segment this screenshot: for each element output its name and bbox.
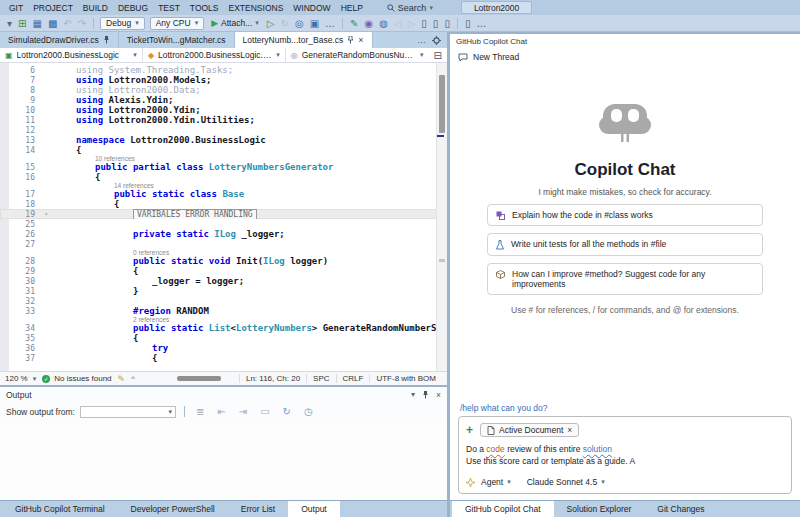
pin-icon[interactable] [347,36,354,44]
menu-git[interactable]: GIT [9,3,23,13]
code-line-16[interactable]: 16{ [0,172,447,182]
platform-dropdown[interactable]: Any CPU▾ [150,17,204,30]
code-line-11[interactable]: 11using Lottron2000.Ydin.Utilities; [0,115,447,125]
menu-debug[interactable]: DEBUG [118,3,148,13]
bookmark-next-icon[interactable]: ▯ [441,16,453,31]
split-window-icon[interactable]: ⊟ [429,48,447,62]
menu-help[interactable]: HELP [341,3,363,13]
encoding-indicator[interactable]: UTF-8 with BOM [369,374,442,383]
nav-forward-icon[interactable]: ▷ [405,16,419,31]
copilot-prompt-box[interactable]: + Active Document × Do a code review of … [458,416,792,494]
code-line-10[interactable]: 10using Lottron2000.Ydin; [0,105,447,115]
scrollbar-thumb[interactable] [439,75,445,133]
restart-icon[interactable]: ↻ [278,16,292,31]
help-command-text[interactable]: /help what can you do? [450,401,800,416]
solution-title[interactable]: Lottron2000 [461,1,532,14]
code-lens-references[interactable]: 10 references [0,155,447,162]
model-dropdown[interactable]: Claude Sonnet 4.5▾ [527,477,605,487]
horizontal-scrollbar[interactable] [149,376,225,381]
code-lens-references[interactable]: 0 references [0,249,447,256]
agent-mode-dropdown[interactable]: Agent▾ [481,477,511,487]
debug-config-dropdown[interactable]: Debug▾ [100,17,145,30]
redo-icon[interactable]: ↷ [75,16,89,31]
code-line-34[interactable]: 34public static List<LotteryNumbers> Gen… [0,323,447,333]
code-line-8[interactable]: 8using Lottron2000.Data; [0,85,447,95]
code-line-30[interactable]: 30_logger = logger; [0,276,447,286]
code-line-32[interactable]: 32 [0,296,447,306]
prompt-text[interactable]: Do a code review of this entire solution… [466,444,784,468]
code-line-14[interactable]: 14{ [0,145,447,155]
spaces-indicator[interactable]: SPC [306,374,335,383]
project-dropdown[interactable]: ▣ Lottron2000.BusinessLogic ▾ [0,48,143,62]
menu-build[interactable]: BUILD [83,3,108,13]
menu-test[interactable]: TEST [158,3,180,13]
active-document-chip[interactable]: Active Document × [480,423,579,437]
code-line-26[interactable]: 26private static ILog _logger; [0,229,447,239]
code-editor[interactable]: 6using System.Threading.Tasks;7using Lot… [0,63,447,371]
comments-icon[interactable]: ◉ [361,16,376,31]
tab-git-changes[interactable]: Git Changes [644,501,717,517]
output-content[interactable] [0,421,447,500]
zoom-dropdown[interactable]: 120 %▾ [5,374,36,383]
tab-github-copilot-terminal[interactable]: GitHub Copilot Terminal [2,501,118,517]
code-lens-references[interactable]: 2 references [0,316,447,323]
tab-developer-powershell[interactable]: Developer PowerShell [118,501,228,517]
code-line-12[interactable]: 12 [0,125,447,135]
new-thread-button[interactable]: New Thread [450,48,800,66]
gear-icon[interactable] [432,36,441,45]
pin-icon[interactable] [422,391,429,399]
add-context-button[interactable]: + [466,423,473,437]
find-in-files-icon[interactable]: ◎ [292,16,307,31]
code-line-31[interactable]: 31} [0,286,447,296]
health-indicator[interactable]: ✓ No issues found [42,374,111,383]
tab-github-copilot-chat[interactable]: GitHub Copilot Chat [452,501,554,517]
menu-extensions[interactable]: EXTENSIONS [229,3,284,13]
code-line-29[interactable]: 29{ [0,266,447,276]
code-lens-references[interactable]: 14 references [0,182,447,189]
panel-overflow-icon[interactable]: … [473,16,489,31]
fold-expand-icon[interactable]: › [44,210,57,218]
code-line-15[interactable]: 15public partial class LotteryNumbersGen… [0,162,447,172]
tab-output[interactable]: Output [288,501,340,517]
tab-solution-explorer[interactable]: Solution Explorer [554,501,645,517]
goto-next-message-icon[interactable]: ⇥ [236,404,250,419]
tab-overflow-icon[interactable]: … [417,35,426,45]
new-item-icon[interactable]: ⊞ [15,16,29,31]
tab-lotterynumb-tor-base[interactable]: LotteryNumb...tor_Base.cs × [235,32,373,48]
bookmark-prev-icon[interactable]: ▯ [430,16,442,31]
line-col-indicator[interactable]: Ln: 116, Ch: 20 [239,374,306,383]
suggestion-explain-code[interactable]: Explain how the code in #class works [487,204,763,226]
word-wrap-icon[interactable]: ↻ [280,404,294,419]
menu-tools[interactable]: TOOLS [190,3,219,13]
attach-button[interactable]: ▶ Attach... ▾ [207,18,263,28]
save-all-icon[interactable]: ▩ [45,16,60,31]
code-line-27[interactable]: 27 [0,239,447,249]
code-line-19[interactable]: 19›VARIBALES ERROR HANDLING [0,209,447,219]
expand-icon[interactable]: ^ [131,374,135,383]
close-icon[interactable]: × [358,35,363,45]
overflow-icon[interactable]: … [322,16,338,31]
feedback-icon[interactable]: ◍ [376,16,391,31]
tab-error-list[interactable]: Error List [228,501,288,517]
code-line-7[interactable]: 7using Lottron2000.Models; [0,75,447,85]
code-cleanup-icon[interactable]: ✎ [118,374,126,384]
menu-project[interactable]: PROJECT [33,3,73,13]
code-line-36[interactable]: 36try [0,343,447,353]
scrollbar-thumb[interactable] [177,376,221,381]
tab-tickettowin-matcher[interactable]: TicketToWin...gMatcher.cs [119,32,235,48]
undo-icon[interactable]: ↶ [60,16,74,31]
nav-back-icon[interactable]: ◁ [391,16,405,31]
tab-simulateddrawdriver[interactable]: SimulatedDrawDriver.cs [0,32,119,48]
bookmark-icon[interactable]: ▯ [418,16,430,31]
code-line-35[interactable]: 35{ [0,333,447,343]
code-line-25[interactable]: 25 [0,219,447,229]
code-line-17[interactable]: 17public static class Base [0,189,447,199]
autoscroll-icon[interactable]: ◷ [301,404,316,419]
type-dropdown[interactable]: ◆ Lottron2000.BusinessLogic.LotteryNum ▾ [143,48,286,62]
search-control[interactable]: Search ▾ [387,3,433,13]
start-without-debugging-icon[interactable]: ▷ [264,16,278,31]
suggestion-write-tests[interactable]: Write unit tests for all the methods in … [487,233,763,256]
suggestion-improve-method[interactable]: How can I improve #method? Suggest code … [487,263,763,295]
output-source-dropdown[interactable]: ▾ [80,406,176,418]
close-icon[interactable]: × [567,425,572,435]
